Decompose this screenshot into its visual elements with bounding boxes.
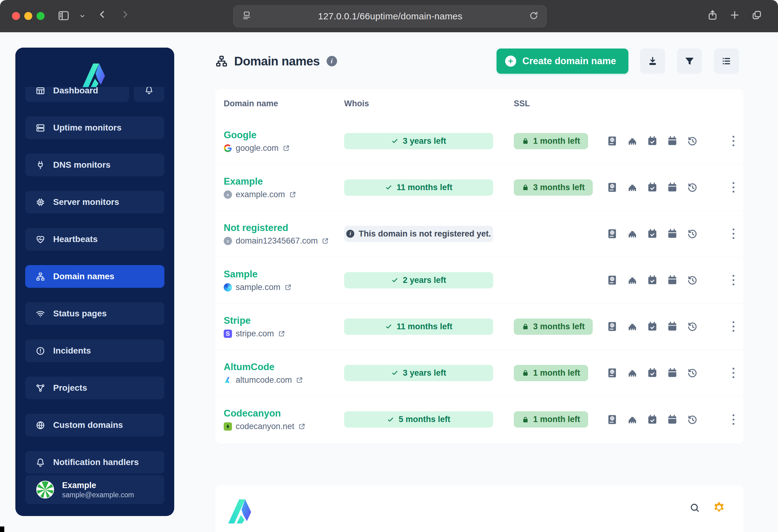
expiry-calendar-button[interactable] bbox=[667, 228, 678, 239]
history-button[interactable] bbox=[687, 367, 698, 378]
ssl-status-badge: 1 month left bbox=[514, 133, 588, 149]
dns-records-button[interactable] bbox=[627, 275, 638, 286]
whois-lookup-button[interactable] bbox=[607, 414, 618, 425]
whois-status-badge: 2 years left bbox=[344, 272, 493, 288]
export-button[interactable] bbox=[640, 49, 665, 74]
notifications-button[interactable] bbox=[134, 87, 164, 102]
forward-button[interactable] bbox=[120, 9, 130, 20]
search-button[interactable] bbox=[689, 502, 700, 513]
chevron-down-icon[interactable] bbox=[79, 12, 86, 20]
dns-records-button[interactable] bbox=[627, 182, 638, 193]
new-tab-icon[interactable] bbox=[729, 9, 741, 21]
ssl-check-button[interactable] bbox=[647, 414, 658, 425]
domain-name-link[interactable]: Codecanyon bbox=[224, 408, 281, 419]
history-button[interactable] bbox=[687, 321, 698, 332]
history-button[interactable] bbox=[687, 182, 698, 193]
domain-name-link[interactable]: Sample bbox=[224, 268, 257, 280]
whois-lookup-button[interactable] bbox=[607, 228, 618, 239]
sidebar-item-label: Uptime monitors bbox=[53, 123, 122, 133]
zoom-window-button[interactable] bbox=[36, 12, 45, 20]
sidebar-item-projects[interactable]: Projects bbox=[25, 376, 164, 399]
download-icon bbox=[647, 56, 658, 66]
user-menu[interactable]: Example sample@example.com bbox=[25, 475, 164, 504]
domain-name-link[interactable]: Not registered bbox=[224, 222, 288, 234]
tab-overview-icon[interactable] bbox=[751, 9, 763, 21]
kebab-icon bbox=[732, 274, 735, 286]
reload-icon[interactable] bbox=[529, 10, 539, 22]
back-button[interactable] bbox=[97, 9, 107, 20]
sidebar-item-server-monitors[interactable]: Server monitors bbox=[25, 191, 164, 213]
share-icon[interactable] bbox=[707, 9, 718, 21]
whois-lookup-button[interactable] bbox=[607, 275, 618, 286]
cpu-icon bbox=[35, 197, 45, 207]
sidebar-item-notification-handlers[interactable]: Notification handlers bbox=[25, 451, 164, 474]
dns-records-button[interactable] bbox=[627, 228, 638, 239]
reader-view-icon[interactable] bbox=[241, 10, 252, 22]
sidebar-item-incidents[interactable]: Incidents bbox=[25, 339, 164, 362]
ssl-check-button[interactable] bbox=[647, 321, 658, 332]
external-link-icon[interactable] bbox=[283, 144, 290, 152]
sidebar-item-domain-names[interactable]: Domain names bbox=[25, 265, 164, 288]
table-row: Example›example.com11 months left3 month… bbox=[215, 164, 744, 211]
sidebar-item-heartbeats[interactable]: Heartbeats bbox=[25, 228, 164, 251]
dns-records-button[interactable] bbox=[627, 136, 638, 147]
close-window-button[interactable] bbox=[12, 12, 20, 20]
row-menu-button[interactable] bbox=[730, 412, 737, 427]
history-button[interactable] bbox=[687, 228, 698, 239]
ssl-check-button[interactable] bbox=[647, 136, 658, 147]
expiry-calendar-button[interactable] bbox=[667, 275, 678, 286]
whois-lookup-button[interactable] bbox=[607, 182, 618, 193]
dns-records-button[interactable] bbox=[627, 367, 638, 378]
whois-lookup-button[interactable] bbox=[607, 321, 618, 332]
expiry-calendar-button[interactable] bbox=[667, 182, 678, 193]
address-bar[interactable]: 127.0.0.1/66uptime/domain-names bbox=[233, 5, 547, 27]
dns-records-button[interactable] bbox=[627, 321, 638, 332]
expiry-calendar-button[interactable] bbox=[667, 321, 678, 332]
external-link-icon[interactable] bbox=[296, 376, 303, 384]
filter-button[interactable] bbox=[677, 49, 702, 74]
domain-name-link[interactable]: Stripe bbox=[224, 315, 251, 327]
ssl-check-button[interactable] bbox=[647, 228, 658, 239]
sidebar-item-dashboard[interactable]: Dashboard bbox=[25, 87, 129, 102]
row-menu-button[interactable] bbox=[730, 180, 737, 195]
create-domain-name-button[interactable]: Create domain name bbox=[496, 49, 628, 74]
ssl-check-button[interactable] bbox=[647, 367, 658, 378]
external-link-icon[interactable] bbox=[298, 423, 306, 430]
sidebar-item-custom-domains[interactable]: Custom domains bbox=[25, 414, 164, 436]
settings-button[interactable] bbox=[712, 501, 725, 514]
domain-name-link[interactable]: Google bbox=[224, 129, 256, 141]
expiry-calendar-button[interactable] bbox=[667, 136, 678, 147]
info-icon[interactable]: i bbox=[327, 56, 337, 66]
row-menu-button[interactable] bbox=[730, 133, 737, 149]
sidebar-item-dns-monitors[interactable]: DNS monitors bbox=[25, 154, 164, 176]
external-link-icon[interactable] bbox=[289, 191, 297, 198]
external-link-icon[interactable] bbox=[278, 330, 286, 338]
ssl-check-button[interactable] bbox=[647, 182, 658, 193]
history-button[interactable] bbox=[687, 136, 698, 147]
whois-status-text: 3 years left bbox=[403, 137, 446, 146]
whois-lookup-button[interactable] bbox=[607, 367, 618, 378]
expiry-calendar-button[interactable] bbox=[667, 367, 678, 378]
domain-name-link[interactable]: AltumCode bbox=[224, 361, 275, 373]
expiry-calendar-button[interactable] bbox=[667, 414, 678, 425]
dns-records-button[interactable] bbox=[627, 414, 638, 425]
domain-name-link[interactable]: Example bbox=[224, 176, 263, 187]
external-link-icon[interactable] bbox=[321, 237, 329, 245]
row-menu-button[interactable] bbox=[730, 319, 737, 334]
sidebar-item-uptime-monitors[interactable]: Uptime monitors bbox=[25, 116, 164, 139]
calendar-check-icon bbox=[647, 275, 658, 286]
whois-status-text: 5 months left bbox=[398, 415, 450, 424]
ssl-check-button[interactable] bbox=[647, 275, 658, 286]
history-button[interactable] bbox=[687, 414, 698, 425]
row-menu-button[interactable] bbox=[730, 365, 737, 380]
row-menu-button[interactable] bbox=[730, 272, 737, 288]
sidebar-toggle-icon[interactable] bbox=[57, 9, 70, 22]
list-view-button[interactable] bbox=[714, 49, 739, 74]
sidebar-item-status-pages[interactable]: Status pages bbox=[25, 302, 164, 325]
check-icon bbox=[385, 184, 392, 191]
external-link-icon[interactable] bbox=[284, 283, 292, 291]
row-menu-button[interactable] bbox=[730, 226, 737, 242]
history-button[interactable] bbox=[687, 275, 698, 286]
whois-lookup-button[interactable] bbox=[607, 136, 618, 147]
minimize-window-button[interactable] bbox=[24, 12, 32, 20]
